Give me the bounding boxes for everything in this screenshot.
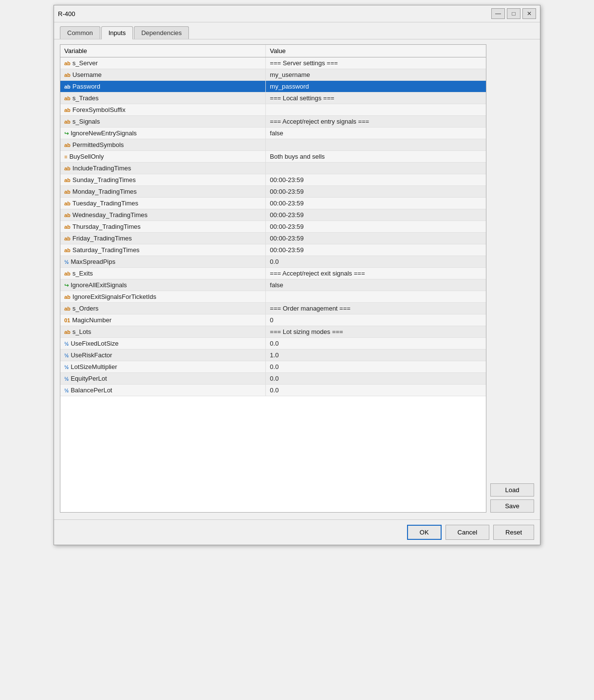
table-row[interactable]: abs_Signals=== Accept/reject entry signa… — [60, 116, 486, 128]
value-cell: false — [266, 128, 486, 139]
table-row[interactable]: ≡BuySellOnlyBoth buys and sells — [60, 151, 486, 163]
type-icon: ab — [64, 329, 71, 335]
type-icon: ab — [64, 294, 71, 300]
table-row[interactable]: ½EquityPerLot0.0 — [60, 373, 486, 385]
table-row[interactable]: abSunday_TradingTimes00:00-23:59 — [60, 174, 486, 186]
maximize-button[interactable]: □ — [507, 8, 520, 19]
type-icon: ab — [64, 60, 71, 66]
table-row[interactable]: abIgnoreExitSignalsForTicketIds — [60, 291, 486, 303]
load-button[interactable]: Load — [490, 483, 534, 497]
type-icon: ½ — [64, 376, 69, 382]
variable-cell: abs_Exits — [60, 268, 266, 279]
type-icon: 01 — [64, 317, 70, 323]
variable-cell: ≡BuySellOnly — [60, 151, 266, 163]
type-icon: ab — [64, 236, 71, 241]
variable-cell: ↪IgnoreAllExitSignals — [60, 279, 266, 291]
reset-button[interactable]: Reset — [493, 525, 534, 540]
value-cell: 00:00-23:59 — [266, 186, 486, 198]
variable-cell: abs_Signals — [60, 116, 266, 128]
type-icon: ab — [64, 84, 71, 90]
variable-cell: ½EquityPerLot — [60, 373, 266, 385]
table-row[interactable]: ½UseFixedLotSize0.0 — [60, 338, 486, 350]
variable-cell: ↪IgnoreNewEntrySignals — [60, 128, 266, 139]
table-row[interactable]: ↪IgnoreNewEntrySignalsfalse — [60, 128, 486, 139]
tab-common[interactable]: Common — [60, 26, 100, 39]
table-row[interactable]: abWednesday_TradingTimes00:00-23:59 — [60, 209, 486, 221]
table-row[interactable]: abFriday_TradingTimes00:00-23:59 — [60, 233, 486, 244]
table-row[interactable]: ↪IgnoreAllExitSignalsfalse — [60, 279, 486, 291]
table-row[interactable]: abIncludeTradingTimes — [60, 163, 486, 174]
variable-cell: ½LotSizeMultiplier — [60, 361, 266, 373]
type-icon: ab — [64, 95, 71, 101]
table-row[interactable]: abPermittedSymbols — [60, 139, 486, 151]
value-cell: Both buys and sells — [266, 151, 486, 163]
table-row[interactable]: abUsernamemy_username — [60, 69, 486, 81]
variable-cell: abSunday_TradingTimes — [60, 174, 266, 186]
window-controls: — □ ✕ — [491, 8, 536, 19]
value-cell: 00:00-23:59 — [266, 174, 486, 186]
table-row[interactable]: abPasswordmy_password — [60, 81, 486, 92]
type-icon: ab — [64, 119, 71, 125]
table-row[interactable]: ½UseRiskFactor1.0 — [60, 350, 486, 361]
table-row[interactable]: abs_Server=== Server settings === — [60, 57, 486, 69]
type-icon: ab — [64, 107, 71, 113]
type-icon: ½ — [64, 259, 69, 265]
cancel-button[interactable]: Cancel — [446, 525, 489, 540]
table-wrapper[interactable]: Variable Value abs_Server=== Server sett… — [60, 45, 486, 512]
column-header-variable: Variable — [60, 45, 266, 57]
close-button[interactable]: ✕ — [522, 8, 536, 19]
table-row[interactable]: abs_Trades=== Local settings === — [60, 92, 486, 104]
column-header-value: Value — [266, 45, 486, 57]
table-row[interactable]: abSaturday_TradingTimes00:00-23:59 — [60, 244, 486, 256]
type-icon: ab — [64, 224, 71, 230]
table-row[interactable]: ½BalancePerLot0.0 — [60, 385, 486, 396]
table-row[interactable]: ½LotSizeMultiplier0.0 — [60, 361, 486, 373]
value-cell: 0.0 — [266, 361, 486, 373]
value-cell: === Server settings === — [266, 57, 486, 69]
value-cell: 00:00-23:59 — [266, 198, 486, 209]
table-row[interactable]: abs_Lots=== Lot sizing modes === — [60, 326, 486, 338]
type-icon: ab — [64, 271, 71, 276]
side-buttons: Load Save — [490, 44, 534, 513]
value-cell: 0 — [266, 314, 486, 326]
type-icon: ab — [64, 247, 71, 253]
save-button[interactable]: Save — [490, 499, 534, 513]
table-row[interactable]: abs_Exits=== Accept/reject exit signals … — [60, 268, 486, 279]
table-row[interactable]: abMonday_TradingTimes00:00-23:59 — [60, 186, 486, 198]
table-row[interactable]: abs_Orders=== Order management === — [60, 303, 486, 314]
tab-inputs[interactable]: Inputs — [101, 26, 133, 39]
type-icon: ab — [64, 72, 71, 78]
table-row[interactable]: 01MagicNumber0 — [60, 314, 486, 326]
variable-cell: abs_Server — [60, 57, 266, 69]
value-cell: === Order management === — [266, 303, 486, 314]
variable-cell: ½MaxSpreadPips — [60, 256, 266, 268]
minimize-button[interactable]: — — [491, 8, 505, 19]
value-cell: 0.0 — [266, 256, 486, 268]
variable-cell: abWednesday_TradingTimes — [60, 209, 266, 221]
window-title: R-400 — [58, 10, 75, 18]
variable-cell: abTuesday_TradingTimes — [60, 198, 266, 209]
variable-cell: abForexSymbolSuffix — [60, 104, 266, 116]
value-cell: 00:00-23:59 — [266, 233, 486, 244]
type-icon: ↪ — [64, 282, 69, 288]
tab-dependencies[interactable]: Dependencies — [134, 26, 189, 39]
table-row[interactable]: abTuesday_TradingTimes00:00-23:59 — [60, 198, 486, 209]
type-icon: ≡ — [64, 154, 67, 160]
table-row[interactable]: abThursday_TradingTimes00:00-23:59 — [60, 221, 486, 233]
variable-cell: ½UseRiskFactor — [60, 350, 266, 361]
footer: OK Cancel Reset — [54, 519, 540, 545]
variable-cell: abIncludeTradingTimes — [60, 163, 266, 174]
type-icon: ab — [64, 166, 71, 171]
type-icon: ½ — [64, 341, 69, 347]
value-cell: my_password — [266, 81, 486, 92]
variable-cell: abMonday_TradingTimes — [60, 186, 266, 198]
type-icon: ↪ — [64, 130, 69, 136]
table-row[interactable]: abForexSymbolSuffix — [60, 104, 486, 116]
table-row[interactable]: ½MaxSpreadPips0.0 — [60, 256, 486, 268]
type-icon: ab — [64, 142, 71, 148]
ok-button[interactable]: OK — [407, 525, 442, 540]
type-icon: ab — [64, 212, 71, 218]
value-cell — [266, 139, 486, 151]
value-cell: === Accept/reject entry signals === — [266, 116, 486, 128]
variable-cell: abs_Trades — [60, 92, 266, 104]
